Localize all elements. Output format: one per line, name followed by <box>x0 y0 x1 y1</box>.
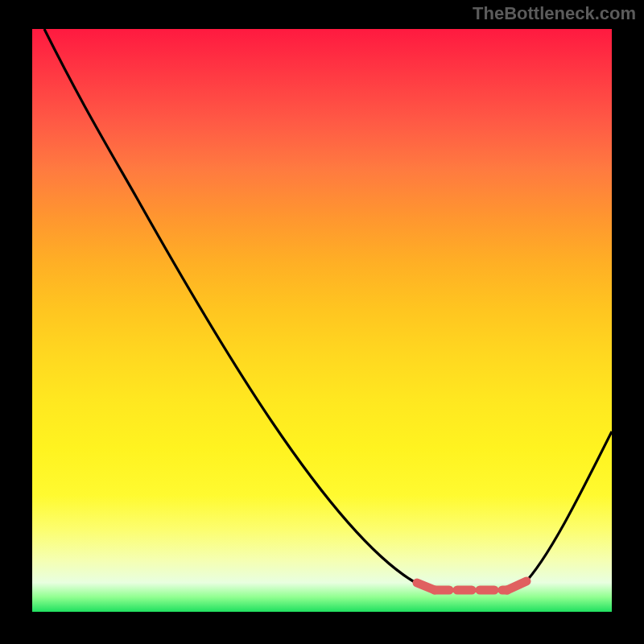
optimum-marker <box>417 581 526 590</box>
chart-container: TheBottleneck.com <box>0 0 644 644</box>
chart-plot-area <box>32 29 612 612</box>
curve-svg <box>32 29 612 612</box>
watermark-text: TheBottleneck.com <box>473 3 636 24</box>
bottleneck-curve <box>44 29 612 590</box>
